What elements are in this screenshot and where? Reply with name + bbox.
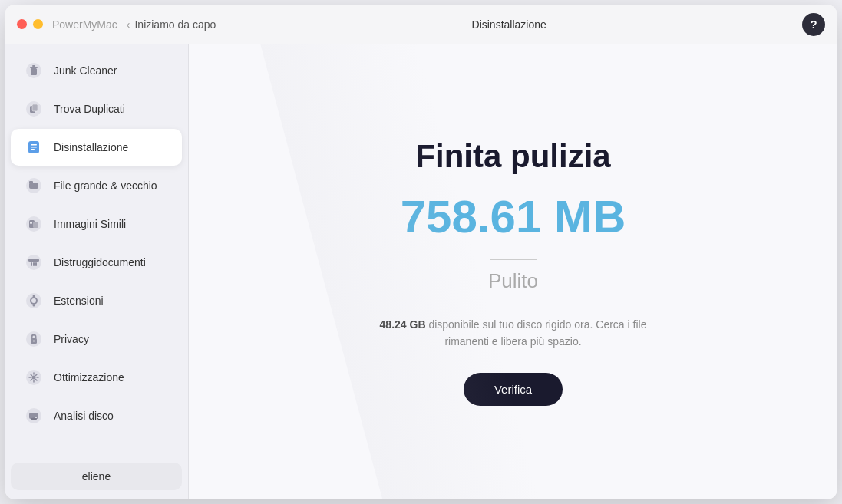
svg-rect-3 bbox=[32, 65, 35, 67]
sidebar-footer: eliene bbox=[5, 453, 188, 499]
sidebar-item-disinstallazione[interactable]: Disinstallazione bbox=[11, 129, 182, 166]
sidebar-item-file-grande[interactable]: File grande & vecchio bbox=[11, 167, 182, 204]
svg-rect-16 bbox=[33, 222, 38, 228]
distruggi-documenti-icon bbox=[23, 252, 45, 273]
svg-rect-20 bbox=[31, 262, 32, 266]
verify-button[interactable]: Verifica bbox=[464, 373, 563, 406]
estensioni-label: Estensioni bbox=[54, 295, 104, 307]
sidebar-items: Junk Cleaner Trova Duplicati bbox=[5, 44, 188, 453]
svg-rect-8 bbox=[31, 144, 37, 146]
junk-cleaner-label: Junk Cleaner bbox=[54, 64, 117, 77]
info-detail: disponibile sul tuo disco rigido ora. Ce… bbox=[426, 318, 647, 348]
app-name: PowerMyMac bbox=[52, 18, 117, 31]
disinstallazione-icon bbox=[23, 137, 45, 158]
sidebar-item-privacy[interactable]: Privacy bbox=[11, 321, 182, 357]
disinstallazione-label: Disinstallazione bbox=[54, 141, 128, 153]
svg-point-31 bbox=[32, 376, 36, 380]
svg-rect-19 bbox=[28, 259, 39, 262]
distruggi-documenti-label: Distruggidocumenti bbox=[54, 256, 146, 268]
immagini-simili-icon bbox=[23, 213, 45, 235]
file-grande-icon bbox=[23, 175, 45, 196]
sidebar-item-junk-cleaner[interactable]: Junk Cleaner bbox=[11, 52, 182, 89]
minimize-button[interactable] bbox=[33, 19, 43, 29]
trova-duplicati-label: Trova Duplicati bbox=[54, 103, 125, 115]
sidebar-item-ottimizzazione[interactable]: Ottimizzazione bbox=[11, 359, 182, 396]
svg-rect-13 bbox=[29, 181, 33, 183]
svg-rect-9 bbox=[31, 147, 37, 148]
user-button[interactable]: eliene bbox=[11, 463, 182, 490]
content-area: Finita pulizia 758.61 MB Pulito 48.24 GB… bbox=[189, 44, 837, 499]
estensioni-icon bbox=[23, 290, 45, 311]
main-window: PowerMyMac ‹ Iniziamo da capo Disinstall… bbox=[5, 5, 837, 499]
svg-rect-22 bbox=[35, 262, 37, 266]
titlebar-title: Disinstallazione bbox=[216, 18, 802, 31]
junk-cleaner-icon bbox=[23, 60, 45, 81]
svg-rect-1 bbox=[31, 68, 37, 75]
ottimizzazione-label: Ottimizzazione bbox=[54, 371, 124, 384]
sidebar-item-distruggi-documenti[interactable]: Distruggidocumenti bbox=[11, 244, 182, 281]
content-subtitle: Pulito bbox=[488, 269, 538, 293]
privacy-label: Privacy bbox=[54, 333, 89, 345]
sidebar-item-immagini-simili[interactable]: Immagini Simili bbox=[11, 206, 182, 242]
help-button[interactable]: ? bbox=[802, 13, 825, 36]
analisi-disco-icon bbox=[23, 405, 45, 427]
svg-rect-6 bbox=[32, 104, 38, 111]
divider bbox=[490, 259, 537, 260]
info-bold: 48.24 GB bbox=[380, 318, 426, 331]
svg-point-35 bbox=[35, 417, 37, 418]
info-text: 48.24 GB disponibile sul tuo disco rigid… bbox=[368, 316, 659, 351]
sidebar-item-analisi-disco[interactable]: Analisi disco bbox=[11, 397, 182, 434]
breadcrumb[interactable]: ‹ Iniziamo da capo bbox=[127, 18, 216, 31]
sidebar: Junk Cleaner Trova Duplicati bbox=[5, 44, 189, 499]
titlebar: PowerMyMac ‹ Iniziamo da capo Disinstall… bbox=[5, 5, 837, 44]
svg-point-25 bbox=[33, 295, 35, 298]
svg-point-26 bbox=[33, 305, 35, 307]
immagini-simili-label: Immagini Simili bbox=[54, 218, 126, 230]
svg-rect-12 bbox=[29, 183, 38, 189]
main-layout: Junk Cleaner Trova Duplicati bbox=[5, 44, 837, 499]
svg-point-29 bbox=[33, 341, 35, 342]
close-button[interactable] bbox=[17, 19, 27, 29]
breadcrumb-arrow-icon: ‹ bbox=[127, 18, 130, 31]
sidebar-item-trova-duplicati[interactable]: Trova Duplicati bbox=[11, 91, 182, 127]
file-grande-label: File grande & vecchio bbox=[54, 180, 157, 192]
svg-rect-10 bbox=[31, 149, 35, 150]
trova-duplicati-icon bbox=[23, 98, 45, 120]
traffic-lights bbox=[17, 19, 43, 29]
svg-rect-21 bbox=[33, 262, 35, 266]
breadcrumb-label: Iniziamo da capo bbox=[134, 18, 216, 31]
analisi-disco-label: Analisi disco bbox=[54, 410, 114, 422]
content-title: Finita pulizia bbox=[415, 138, 610, 175]
ottimizzazione-icon bbox=[23, 367, 45, 388]
sidebar-item-estensioni[interactable]: Estensioni bbox=[11, 282, 182, 319]
svg-rect-2 bbox=[30, 67, 38, 68]
svg-point-17 bbox=[30, 222, 32, 224]
content-size: 758.61 MB bbox=[401, 190, 626, 243]
privacy-icon bbox=[23, 328, 45, 350]
